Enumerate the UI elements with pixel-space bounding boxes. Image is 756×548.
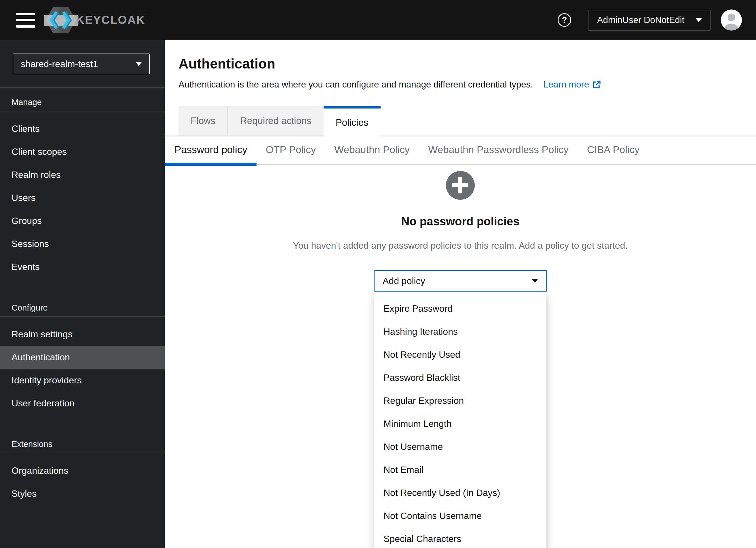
brand-wordmark: KEYCLOAK bbox=[76, 14, 145, 26]
sidebar-item-groups[interactable]: Groups bbox=[0, 209, 165, 232]
masthead: KEYCLOAK ? AdminUser DoNotEdit bbox=[0, 0, 756, 40]
caret-down-icon bbox=[532, 279, 538, 283]
page-description: Authentication is the area where you can… bbox=[178, 79, 533, 91]
hamburger-icon bbox=[16, 13, 35, 15]
nav-toggle-button[interactable] bbox=[16, 13, 35, 28]
main-content: Authentication Authentication is the are… bbox=[165, 40, 756, 548]
policy-option-special-characters[interactable]: Special Characters bbox=[374, 527, 546, 548]
sidebar-item-clients[interactable]: Clients bbox=[0, 117, 165, 140]
empty-state-title: No password policies bbox=[401, 214, 519, 229]
external-link-icon bbox=[592, 80, 601, 89]
subtab-webauthn-passwordless-policy[interactable]: Webauthn Passwordless Policy bbox=[419, 136, 578, 164]
empty-state-description: You haven't added any password policies … bbox=[293, 239, 628, 252]
sidebar-item-authentication[interactable]: Authentication bbox=[0, 346, 165, 369]
hamburger-icon bbox=[16, 19, 35, 21]
realm-selector[interactable]: shared-realm-test1 bbox=[13, 54, 150, 74]
sidebar-item-identity-providers[interactable]: Identity providers bbox=[0, 369, 165, 392]
add-policy-menu: Expire Password Hashing Iterations Not R… bbox=[374, 292, 546, 548]
subtab-webauthn-policy[interactable]: Webauthn Policy bbox=[325, 136, 419, 164]
add-policy-dropdown[interactable]: Add policy bbox=[374, 270, 547, 292]
policy-option-minimum-length[interactable]: Minimum Length bbox=[374, 412, 546, 435]
subtab-otp-policy[interactable]: OTP Policy bbox=[257, 136, 325, 164]
learn-more-label: Learn more bbox=[544, 79, 589, 91]
sidebar-item-organizations[interactable]: Organizations bbox=[0, 459, 165, 482]
empty-state: No password policies You haven't added a… bbox=[165, 165, 756, 292]
policy-option-expire-password[interactable]: Expire Password bbox=[374, 297, 546, 320]
page-title: Authentication bbox=[178, 56, 742, 72]
caret-down-icon bbox=[696, 18, 702, 22]
nav-section-extensions: Extensions bbox=[0, 435, 165, 453]
help-icon[interactable]: ? bbox=[558, 13, 571, 27]
policy-option-not-recently-used-in-days[interactable]: Not Recently Used (In Days) bbox=[374, 481, 546, 504]
add-policy-label: Add policy bbox=[383, 276, 425, 286]
subtab-ciba-policy[interactable]: CIBA Policy bbox=[578, 136, 649, 164]
add-policy-select-wrap: Add policy Expire Password Hashing Itera… bbox=[374, 270, 547, 292]
sidebar-item-events[interactable]: Events bbox=[0, 255, 165, 278]
sidebar-item-users[interactable]: Users bbox=[0, 186, 165, 209]
policy-option-password-blacklist[interactable]: Password Blacklist bbox=[374, 366, 546, 389]
caret-down-icon bbox=[136, 62, 142, 66]
sidebar-item-realm-roles[interactable]: Realm roles bbox=[0, 163, 165, 186]
subtab-password-policy[interactable]: Password policy bbox=[165, 136, 257, 164]
person-icon bbox=[721, 9, 742, 31]
tab-flows[interactable]: Flows bbox=[178, 106, 228, 136]
learn-more-link[interactable]: Learn more bbox=[544, 79, 601, 91]
nav-section-manage: Manage bbox=[0, 94, 165, 111]
sidebar-item-client-scopes[interactable]: Client scopes bbox=[0, 140, 165, 163]
realm-selector-block: shared-realm-test1 bbox=[0, 40, 165, 88]
hamburger-icon bbox=[16, 25, 35, 28]
keycloak-logo[interactable]: KEYCLOAK bbox=[44, 5, 145, 35]
keycloak-hexagon-icon bbox=[44, 5, 78, 35]
policy-option-not-recently-used[interactable]: Not Recently Used bbox=[374, 343, 546, 366]
page-header: Authentication Authentication is the are… bbox=[165, 40, 756, 91]
policy-option-regular-expression[interactable]: Regular Expression bbox=[374, 389, 546, 412]
tab-policies[interactable]: Policies bbox=[324, 106, 381, 136]
sidebar-item-realm-settings[interactable]: Realm settings bbox=[0, 323, 165, 346]
nav-section-configure: Configure bbox=[0, 299, 165, 316]
plus-circle-icon bbox=[445, 170, 476, 201]
policy-subtabs: Password policy OTP Policy Webauthn Poli… bbox=[165, 136, 756, 165]
policy-option-hashing-iterations[interactable]: Hashing Iterations bbox=[374, 320, 546, 343]
policy-option-not-contains-username[interactable]: Not Contains Username bbox=[374, 504, 546, 527]
keycloak-admin-console: KEYCLOAK ? AdminUser DoNotEdit shared-re… bbox=[0, 0, 756, 548]
tabs: Flows Required actions Policies bbox=[165, 106, 756, 136]
sidebar-item-sessions[interactable]: Sessions bbox=[0, 232, 165, 255]
sidebar-item-user-federation[interactable]: User federation bbox=[0, 392, 165, 415]
policy-option-not-username[interactable]: Not Username bbox=[374, 435, 546, 458]
user-menu-label: AdminUser DoNotEdit bbox=[597, 15, 684, 25]
realm-selector-label: shared-realm-test1 bbox=[21, 59, 98, 69]
policy-option-not-email[interactable]: Not Email bbox=[374, 458, 546, 481]
user-menu-dropdown[interactable]: AdminUser DoNotEdit bbox=[588, 10, 711, 31]
avatar[interactable] bbox=[721, 9, 742, 31]
sidebar: shared-realm-test1 Manage Clients Client… bbox=[0, 40, 165, 548]
tab-required-actions[interactable]: Required actions bbox=[228, 106, 324, 136]
sidebar-item-styles[interactable]: Styles bbox=[0, 482, 165, 505]
